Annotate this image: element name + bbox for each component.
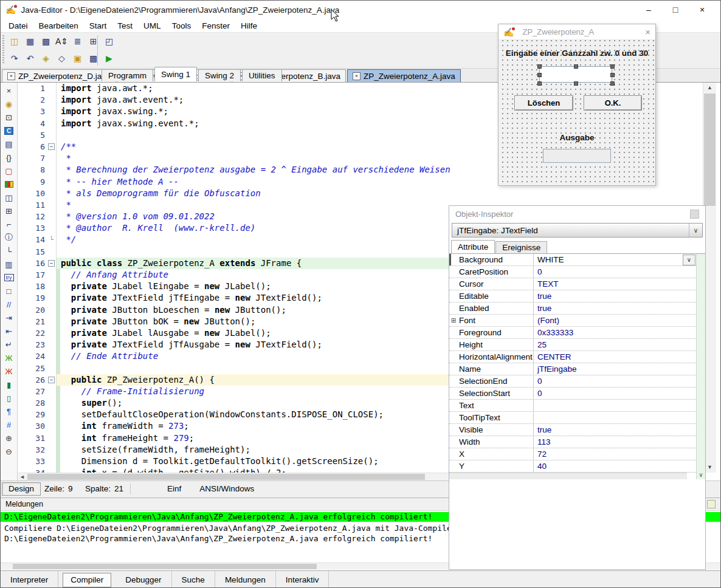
output-tab-compiler[interactable]: Compiler	[63, 573, 111, 587]
debug-stop-icon[interactable]: Ж	[2, 364, 16, 378]
browser-window-icon[interactable]: ◰	[103, 35, 116, 48]
selection-handle[interactable]	[537, 81, 542, 86]
designer-form-grid[interactable]: Eingabe einer Ganzzahl zw. 0 und 30 Lösc…	[498, 40, 655, 185]
output-tab-debugger[interactable]: Debugger	[116, 571, 171, 588]
jar-create-icon[interactable]: ◈	[40, 52, 52, 65]
code-block-icon[interactable]: □	[2, 284, 16, 298]
open-browser-icon[interactable]: ◉	[2, 97, 16, 111]
palette-tab-utilities[interactable]: Utilities	[242, 69, 282, 81]
property-row-cursor[interactable]: CursorTEXT	[449, 278, 696, 290]
redo-icon[interactable]: ↷	[8, 52, 21, 65]
try-catch-icon[interactable]: try	[2, 271, 16, 284]
selection-handle[interactable]	[574, 81, 578, 86]
unindent-icon[interactable]: ⇤	[2, 324, 16, 338]
braces-icon[interactable]: {}	[2, 151, 16, 164]
property-row-width[interactable]: Width113	[449, 436, 696, 448]
hscroll-thumb[interactable]	[27, 474, 425, 480]
close-tab-icon[interactable]: ×	[7, 72, 15, 80]
inspector-pin-icon[interactable]	[690, 210, 699, 219]
designer-textfield-jtfeingabe[interactable]	[539, 66, 612, 83]
output-tab-meldungen[interactable]: Meldungen	[215, 571, 276, 588]
jar-options-icon[interactable]: ◇	[55, 52, 68, 65]
menu-item-tools[interactable]: Tools	[167, 21, 197, 30]
property-row-height[interactable]: Height25	[449, 339, 696, 351]
layout-border-icon[interactable]: ◫	[2, 191, 16, 204]
designer-clear-button[interactable]: Löschen	[514, 95, 573, 111]
property-row-horizontalalignment[interactable]: HorizontalAlignmentCENTER	[449, 351, 696, 363]
property-grid-hscrollbar[interactable]	[449, 473, 687, 479]
palette-tab-swing-1[interactable]: Swing 1	[154, 67, 197, 81]
bookmark-doc-icon[interactable]: ▢	[2, 164, 16, 177]
property-row-editable[interactable]: Editabletrue	[449, 290, 696, 303]
layout-frame-icon[interactable]: ⌐	[2, 217, 16, 231]
menu-item-hilfe[interactable]: Hilfe	[235, 21, 263, 30]
selection-handle[interactable]	[574, 64, 578, 69]
property-row-selectionstart[interactable]: SelectionStart0	[449, 388, 696, 400]
grid-scroll-down-icon[interactable]: ∨	[697, 471, 705, 478]
zoom-out-icon[interactable]: ⊖	[2, 445, 16, 458]
designer-ok-button[interactable]: O.K.	[584, 95, 642, 111]
property-row-x[interactable]: X72	[449, 448, 696, 460]
run-icon[interactable]: ▶	[103, 52, 116, 65]
designer-input-label[interactable]: Eingabe einer Ganzzahl zw. 0 und 30	[498, 49, 655, 58]
property-row-enabled[interactable]: Enabledtrue	[449, 303, 696, 315]
property-row-background[interactable]: BackgroundWHITE∨	[449, 254, 696, 266]
package-folder-icon[interactable]: ▣	[71, 52, 84, 65]
debug-start-icon[interactable]: Ж	[2, 351, 16, 364]
editor-tab-zp-zweierpotenz-d-java[interactable]: ×ZP_Zweierpotenz_D.java	[2, 69, 116, 82]
undo-icon[interactable]: ↶	[24, 52, 36, 65]
menu-item-start[interactable]: Start	[84, 21, 112, 30]
component-selector[interactable]: jTfEingabe: JTextField ∨	[452, 223, 703, 238]
close-button[interactable]: ×	[689, 5, 716, 15]
layout-corner-icon[interactable]: └	[2, 244, 16, 258]
property-row-tooltiptext[interactable]: ToolTipText	[449, 412, 696, 424]
help-book-icon[interactable]: ▯	[2, 391, 16, 405]
layout-info-icon[interactable]: ⓘ	[2, 231, 16, 244]
menu-item-fenster[interactable]: Fenster	[196, 21, 235, 30]
design-button[interactable]: Design	[2, 482, 41, 496]
designer-output-field[interactable]	[543, 149, 611, 163]
maximize-button[interactable]: □	[662, 5, 689, 15]
mark-block-icon[interactable]: ⊡	[2, 111, 16, 124]
output-tab-interaktiv[interactable]: Interaktiv	[276, 571, 329, 588]
property-row-y[interactable]: Y40	[449, 460, 696, 473]
pilcrow-icon[interactable]: ¶	[2, 405, 16, 418]
split-view-icon[interactable]: ▤	[2, 137, 16, 151]
comment-icon[interactable]: //	[2, 298, 16, 311]
zoom-in-icon[interactable]: ⊕	[2, 431, 16, 445]
property-row-name[interactable]: NamejTfEingabe	[449, 363, 696, 375]
menu-item-bearbeiten[interactable]: Bearbeiten	[33, 21, 84, 30]
output-tab-interpreter[interactable]: Interpreter	[1, 571, 58, 588]
selection-handle[interactable]	[610, 81, 615, 86]
chevron-down-icon[interactable]: ∨	[689, 224, 702, 237]
fold-toggle-icon[interactable]: −	[48, 143, 55, 150]
editor-tab-zp-zweierpotenz-a-java[interactable]: ×ZP_Zweierpotenz_A.java	[347, 69, 461, 82]
dropdown-icon[interactable]: ∨	[683, 255, 695, 265]
property-grid-vscrollbar[interactable]: ∨	[696, 254, 705, 479]
messages-dock-icon[interactable]	[707, 500, 716, 508]
expand-icon[interactable]: ⊞	[449, 317, 458, 324]
messages-hscroll-thumb[interactable]	[13, 564, 317, 569]
selection-handle[interactable]	[610, 64, 615, 69]
open-icon[interactable]: ◫	[8, 35, 21, 48]
designer-output-label[interactable]: Ausgabe	[498, 133, 655, 142]
indent-icon[interactable]: ⇥	[2, 311, 16, 324]
scroll-left-icon[interactable]: ◄	[18, 473, 27, 480]
vscroll-thumb[interactable]	[704, 94, 716, 206]
property-row-font[interactable]: ⊞Font(Font)	[449, 315, 696, 327]
fold-toggle-icon[interactable]: −	[48, 260, 55, 267]
line-numbers-icon[interactable]: #	[2, 418, 16, 431]
selection-handle[interactable]	[610, 73, 615, 77]
console-icon[interactable]: C	[2, 124, 16, 137]
flag-icon[interactable]	[2, 177, 16, 191]
designer-close-icon[interactable]: ×	[645, 27, 650, 37]
fold-toggle-icon[interactable]: −	[48, 377, 55, 383]
output-tab-suche[interactable]: Suche	[172, 571, 215, 588]
property-row-text[interactable]: Text	[449, 400, 696, 412]
palette-tab-programm[interactable]: Programm	[102, 69, 153, 81]
designer-title-bar[interactable]: ✍ ZP_Zweierpotenz_A ×	[498, 24, 655, 40]
gui-designer-window[interactable]: ✍ ZP_Zweierpotenz_A × Eingabe einer Ganz…	[498, 24, 656, 186]
property-row-selectionend[interactable]: SelectionEnd0	[449, 375, 696, 388]
layout-grid-icon[interactable]: ⊞	[2, 204, 16, 217]
structure-icon[interactable]: ≣	[71, 35, 84, 48]
